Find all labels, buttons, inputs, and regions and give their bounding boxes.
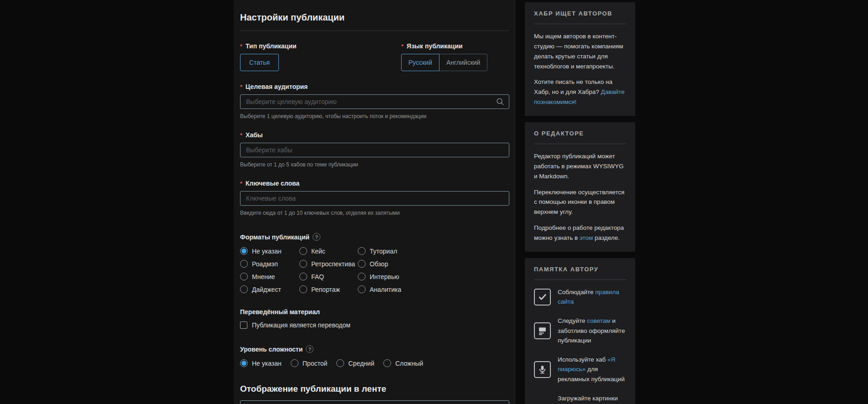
title-divider [240, 31, 509, 31]
format-radio-obzor[interactable]: Обзор [358, 260, 509, 268]
language-option-russian[interactable]: Русский [401, 54, 439, 71]
formats-group: Форматы публикаций ? Не указан Кейс Туто… [240, 233, 509, 293]
memo-item-tips: Следуйте советам и заботливо оформляйте … [534, 316, 626, 346]
translated-group: Переведённый материал Публикация являетс… [240, 308, 509, 329]
translated-label: Переведённый материал [240, 308, 509, 316]
hubs-hint: Выберите от 1 до 5 хабов по теме публика… [240, 161, 509, 168]
hubs-field: * Хабы Выберите от 1 до 5 хабов по теме … [240, 131, 509, 168]
search-icon[interactable] [496, 97, 505, 106]
article-icon [534, 322, 551, 339]
difficulty-options: Не указан Простой Средний Сложный [240, 359, 509, 367]
language-toggle: Русский Английский [401, 54, 487, 71]
feed-display-heading: Отображение публикации в ленте [240, 384, 509, 394]
panel-divider [534, 24, 626, 24]
radio-icon [291, 359, 298, 367]
formats-label: Форматы публикаций ? [240, 233, 509, 241]
required-asterisk: * [401, 43, 403, 50]
difficulty-radio-slozhny[interactable]: Сложный [383, 359, 423, 367]
format-radio-tutorial[interactable]: Туториал [358, 247, 509, 255]
radio-icon [240, 247, 248, 255]
radio-icon [336, 359, 344, 367]
format-radio-faq[interactable]: FAQ [299, 273, 358, 280]
help-icon[interactable]: ? [306, 345, 314, 353]
format-radio-intervyu[interactable]: Интервью [358, 273, 509, 280]
panel-title: ХАБР ИЩЕТ АВТОРОВ [534, 10, 626, 17]
editor-paragraph: Подробнее о работе редактора можно узнат… [534, 223, 626, 243]
editor-docs-link[interactable]: этом [580, 234, 593, 241]
keywords-label: * Ключевые слова [240, 180, 509, 187]
difficulty-radio-ne-ukazan[interactable]: Не указан [240, 359, 282, 367]
panel-about-editor: О РЕДАКТОРЕ Редактор публикаций может ра… [525, 122, 635, 252]
radio-icon [240, 260, 248, 268]
radio-icon [299, 260, 307, 268]
target-audience-input[interactable] [240, 94, 509, 109]
target-audience-input-wrap [240, 94, 509, 109]
memo-item-rules: Соблюдайте правила сайта [534, 287, 626, 307]
format-radio-retrospektiva[interactable]: Ретроспектива [299, 260, 358, 268]
hubs-label: * Хабы [240, 131, 509, 139]
promo-paragraph: Хотите писать не только на Хабр, но и дл… [534, 77, 626, 107]
radio-icon [299, 285, 307, 293]
publication-language-label: * Язык публикации [401, 42, 487, 50]
memo-item-self-promo: Используйте хаб «Я пиарюсь» для рекламны… [534, 355, 626, 384]
editor-paragraph: Переключение осуществляется с помощью ик… [534, 187, 626, 218]
difficulty-radio-sredniy[interactable]: Средний [336, 359, 374, 367]
panel-author-memo: ПАМЯТКА АВТОРУ Соблюдайте правила сайта … [525, 258, 635, 404]
checkbox-icon [240, 321, 247, 329]
publication-type-article-button[interactable]: Статья [240, 54, 279, 71]
panel-title: ПАМЯТКА АВТОРУ [534, 266, 626, 273]
difficulty-group: Уровень сложности ? Не указан Простой Ср… [240, 345, 509, 367]
panel-divider [534, 280, 626, 280]
target-audience-field: * Целевая аудитория Выберите 1 целевую а… [240, 83, 509, 119]
help-icon[interactable]: ? [313, 233, 320, 241]
publication-type-label: * Тип публикации [240, 42, 401, 50]
radio-icon [358, 260, 366, 268]
keywords-field: * Ключевые слова Введите сюда от 1 до 10… [240, 180, 509, 216]
microphone-icon [534, 361, 551, 378]
keywords-input-wrap [240, 191, 509, 206]
promo-paragraph: Мы ищем авторов в контент-студию — помог… [534, 31, 626, 71]
format-radio-analitika[interactable]: Аналитика [358, 285, 509, 293]
translated-checkbox-row[interactable]: Публикация является переводом [240, 321, 509, 329]
formats-radio-grid: Не указан Кейс Туториал Роадмэп Ретроспе… [240, 247, 509, 293]
difficulty-radio-prostoy[interactable]: Простой [291, 359, 328, 367]
target-audience-label: * Целевая аудитория [240, 83, 509, 90]
sidebar: ХАБР ИЩЕТ АВТОРОВ Мы ищем авторов в конт… [525, 2, 635, 404]
keywords-input[interactable] [240, 191, 509, 206]
memo-item-images: Загружайте картинки меньше 8МБ для тела … [534, 394, 626, 404]
required-asterisk: * [240, 83, 242, 90]
radio-icon [240, 359, 248, 367]
tips-link[interactable]: советам [587, 317, 610, 324]
hubs-input-wrap [240, 143, 509, 157]
radio-icon [299, 273, 307, 280]
check-icon [534, 289, 551, 306]
publication-language-field: * Язык публикации Русский Английский [401, 42, 487, 71]
page-title: Настройки публикации [240, 0, 509, 23]
required-asterisk: * [240, 180, 242, 187]
radio-icon [299, 247, 307, 255]
format-radio-ne-ukazan[interactable]: Не указан [240, 247, 299, 255]
format-radio-reportazh[interactable]: Репортаж [299, 285, 358, 293]
required-asterisk: * [240, 43, 242, 50]
format-radio-keis[interactable]: Кейс [299, 247, 358, 255]
type-language-row: * Тип публикации Статья * Язык публикаци… [240, 42, 509, 71]
target-audience-hint: Выберите 1 целевую аудиторию, чтобы наст… [240, 113, 509, 119]
panel-habr-seeks-authors: ХАБР ИЩЕТ АВТОРОВ Мы ищем авторов в конт… [525, 2, 635, 116]
format-radio-digest[interactable]: Дайджест [240, 285, 299, 293]
radio-icon [240, 285, 248, 293]
radio-icon [358, 285, 366, 293]
language-option-english[interactable]: Английский [439, 54, 487, 71]
editor-paragraph: Редактор публикаций может работать в реж… [534, 151, 626, 181]
publication-type-field: * Тип публикации Статья [240, 42, 401, 71]
radio-icon [240, 273, 248, 280]
panel-title: О РЕДАКТОРЕ [534, 130, 626, 137]
panel-divider [534, 144, 626, 144]
format-radio-mnenie[interactable]: Мнение [240, 273, 299, 280]
difficulty-label: Уровень сложности ? [240, 345, 509, 353]
radio-icon [358, 247, 366, 255]
hubs-input[interactable] [240, 143, 509, 157]
required-asterisk: * [240, 132, 242, 139]
feed-preview-box[interactable] [240, 400, 509, 404]
format-radio-roadmap[interactable]: Роадмэп [240, 260, 299, 268]
publication-settings-panel: Настройки публикации * Тип публикации Ст… [234, 0, 516, 404]
